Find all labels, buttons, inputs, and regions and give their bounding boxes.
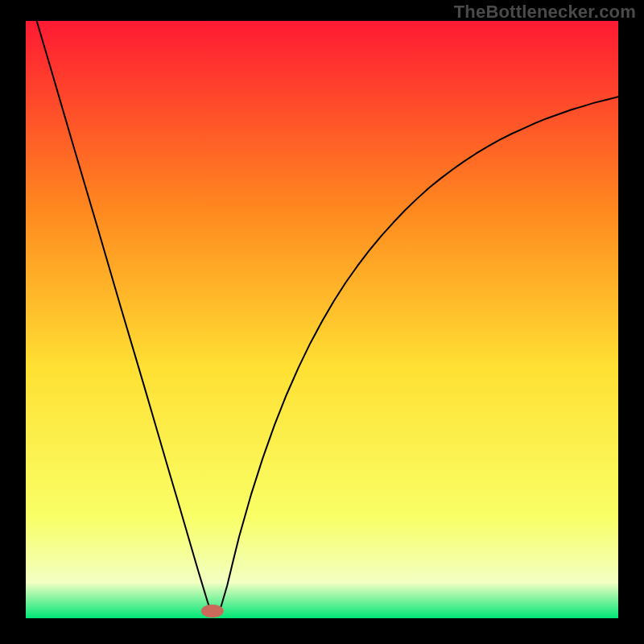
chart-frame: TheBottlenecker.com (0, 0, 644, 644)
plot-area (26, 21, 618, 618)
watermark-text: TheBottlenecker.com (454, 2, 636, 23)
bottleneck-chart (26, 21, 618, 618)
gradient-background (26, 21, 618, 618)
operating-point-marker (201, 605, 224, 617)
